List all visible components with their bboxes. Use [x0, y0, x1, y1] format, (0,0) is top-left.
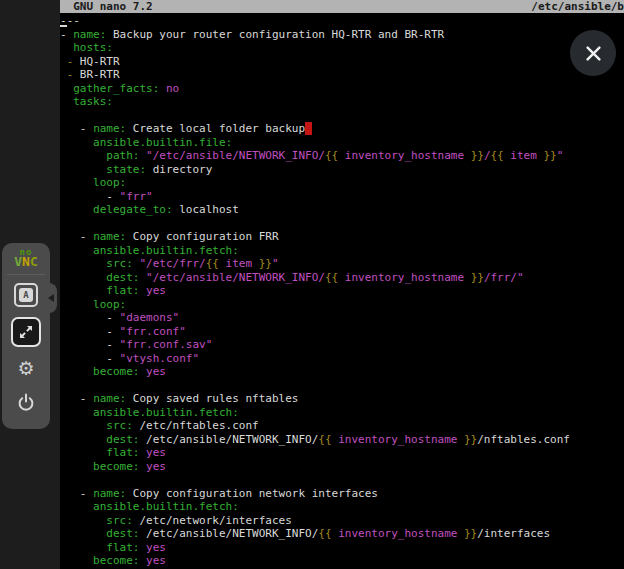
terminal-text-segment: no [159, 82, 179, 95]
terminal-line: dest: /etc/ansible/NETWORK_INFO/{{ inven… [60, 433, 570, 446]
terminal-line: become: yes [60, 365, 166, 378]
terminal-text-segment: }} [471, 149, 484, 162]
terminal-text-segment: localhost [173, 203, 239, 216]
terminal-text-segment: yes [139, 284, 166, 297]
terminal-text-segment: ansible.builtin.fetch: [60, 500, 239, 513]
terminal-text-segment: name: [93, 392, 126, 405]
terminal-text-segment: }} [259, 257, 272, 270]
terminal-text-segment: /etc/nftables.conf [133, 419, 259, 432]
nano-titlebar: GNU nano 7.2 /etc/ansible/b [60, 0, 624, 13]
trailing-space-highlight [305, 122, 312, 135]
terminal-text-segment: - [60, 352, 120, 365]
terminal-text-segment: {{ [325, 271, 338, 284]
terminal-text-segment: {{ [491, 149, 504, 162]
terminal-text-segment: " [272, 257, 279, 270]
terminal-text-segment: flat: [60, 446, 139, 459]
terminal-text-segment: "vtysh.conf" [120, 352, 199, 365]
novnc-logo-letter: V [14, 254, 22, 269]
terminal-line: become: yes [60, 554, 166, 567]
vnc-control-bar: no VNC A ⚙ [2, 243, 50, 429]
terminal-screen[interactable]: GNU nano 7.2 /etc/ansible/b --- - name: … [60, 0, 624, 569]
terminal-text-segment: HQ-RTR [73, 55, 119, 68]
close-icon [586, 46, 601, 61]
terminal-text-segment: - [60, 392, 93, 405]
terminal-text-segment: ansible.builtin.file: [60, 136, 232, 149]
terminal-text-segment: "frr.conf" [120, 325, 186, 338]
cursor-underline: - [60, 14, 67, 27]
terminal-text-segment: /nftables.conf [477, 433, 570, 446]
terminal-line: - name: Copy configuration FRR [60, 230, 279, 243]
terminal-text-segment: src: [60, 514, 133, 527]
terminal-text-segment: flat: [60, 541, 139, 554]
terminal-text-segment: }} [464, 527, 477, 540]
terminal-text-segment: - [60, 487, 93, 500]
terminal-text-segment [60, 68, 67, 81]
terminal-text-segment: src: [60, 257, 133, 270]
terminal-text-segment: inventory_hostname [338, 149, 470, 162]
novnc-logo-letter: C [30, 254, 38, 269]
keyboard-icon: A [19, 288, 33, 302]
novnc-logo-letter: N [22, 254, 30, 269]
terminal-text-segment: gather_facts: [60, 82, 159, 95]
terminal-line: - "daemons" [60, 311, 179, 324]
terminal-text-segment: name: [93, 122, 126, 135]
nano-file-path: /etc/ansible/b [531, 0, 624, 13]
control-bar-handle[interactable] [40, 283, 57, 313]
terminal-line: state: directory [60, 163, 212, 176]
disconnect-button[interactable] [12, 389, 40, 415]
fullscreen-button[interactable] [11, 317, 41, 347]
terminal-line: dest: /etc/ansible/NETWORK_INFO/{{ inven… [60, 527, 550, 540]
terminal-text-segment: BR-RTR [73, 68, 119, 81]
terminal-text-segment: dest: [60, 527, 139, 540]
terminal-text-segment: loop: [60, 298, 126, 311]
terminal-line: - name: Copy saved rules nftables [60, 392, 298, 405]
keyboard-button[interactable]: A [14, 283, 38, 307]
settings-button[interactable]: ⚙ [12, 355, 40, 383]
terminal-line: hosts: [60, 41, 113, 54]
vnc-viewer: { "colors": { "rail_bg": "#1d1d1d", "ter… [0, 0, 624, 569]
terminal-text-segment: src: [60, 419, 133, 432]
terminal-text-segment: dest: [60, 433, 139, 446]
terminal-line: - BR-RTR [60, 68, 120, 81]
terminal-text-segment: become: [60, 460, 139, 473]
terminal-line: dest: "/etc/ansible/NETWORK_INFO/{{ inve… [60, 271, 524, 284]
terminal-text-segment: {{ [325, 149, 338, 162]
terminal-text-segment: tasks: [60, 95, 113, 108]
terminal-text-segment: - [60, 28, 73, 41]
terminal-line: src: /etc/network/interfaces [60, 514, 292, 527]
terminal-text-segment: item [504, 149, 544, 162]
terminal-text-segment: - [60, 311, 120, 324]
terminal-text-segment: name: [73, 28, 106, 41]
novnc-logo-vnc: VNC [2, 256, 50, 268]
nano-app-title: GNU nano 7.2 [60, 0, 153, 13]
terminal-line: - "vtysh.conf" [60, 352, 199, 365]
terminal-text-segment: "/etc/frr/ [139, 257, 205, 270]
terminal-text-segment: yes [139, 446, 166, 459]
terminal-line: become: yes [60, 460, 166, 473]
gear-icon: ⚙ [17, 355, 34, 383]
terminal-line: ansible.builtin.fetch: [60, 500, 239, 513]
terminal-text-segment: yes [139, 541, 166, 554]
terminal-text-segment: - [60, 122, 93, 135]
terminal-text-segment: directory [146, 163, 212, 176]
terminal-line: src: /etc/nftables.conf [60, 419, 259, 432]
terminal-text-segment: /interfaces [477, 527, 550, 540]
keyboard-icon-letter: A [23, 290, 28, 300]
terminal-line: ansible.builtin.file: [60, 136, 232, 149]
terminal-line: flat: yes [60, 284, 166, 297]
terminal-line: delegate_to: localhost [60, 203, 239, 216]
terminal-text-segment: "/etc/ansible/NETWORK_INFO/ [146, 271, 325, 284]
terminal-text-segment: loop: [60, 176, 126, 189]
terminal-line: ansible.builtin.fetch: [60, 406, 239, 419]
terminal-text-segment: inventory_hostname [338, 271, 470, 284]
close-button[interactable] [570, 30, 616, 76]
terminal-text-segment: inventory_hostname [332, 527, 464, 540]
terminal-text-segment: Copy configuration FRR [126, 230, 278, 243]
terminal-line: - "frr.conf.sav" [60, 338, 212, 351]
terminal-text-segment: "frr" [120, 190, 153, 203]
terminal-line: tasks: [60, 95, 113, 108]
terminal-line: - "frr" [60, 190, 153, 203]
terminal-text-segment: {{ [318, 527, 331, 540]
terminal-text-segment: - [60, 230, 93, 243]
terminal-text-segment: yes [139, 460, 166, 473]
